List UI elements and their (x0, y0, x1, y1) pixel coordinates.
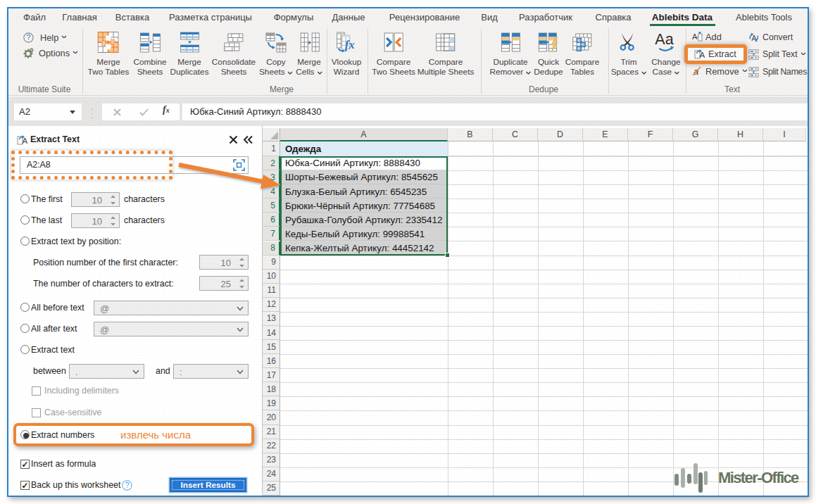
svg-text:A: A (700, 51, 705, 59)
svg-text:A: A (692, 32, 698, 41)
svg-text:Aa: Aa (655, 32, 673, 48)
svg-text:Mister-Office: Mister-Office (718, 469, 799, 486)
svg-text:fx: fx (345, 38, 356, 51)
svg-text:?: ? (125, 481, 130, 489)
svg-text:A: A (23, 137, 28, 145)
svg-text:?: ? (27, 33, 31, 42)
